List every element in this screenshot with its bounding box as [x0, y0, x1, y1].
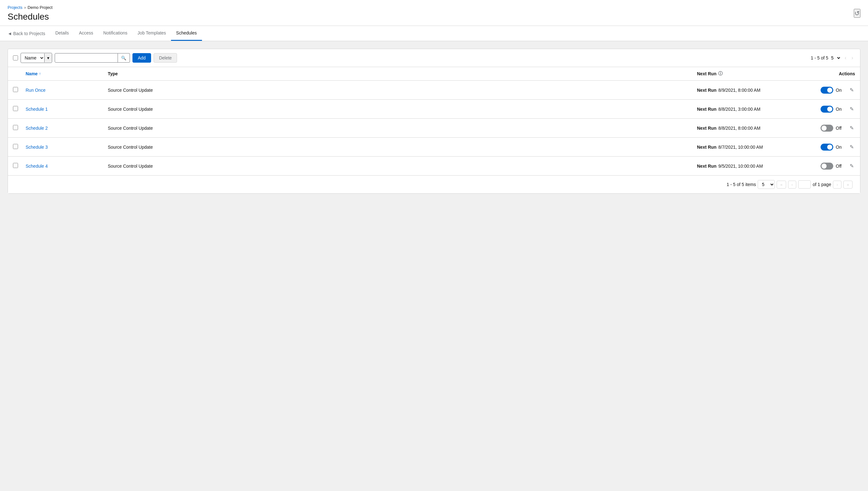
toggle-label-4: Off: [836, 164, 845, 169]
prev-page-button-bottom[interactable]: ‹: [788, 181, 796, 189]
row-actions-3: On ✎: [798, 143, 855, 151]
toggle-label-0: On: [836, 88, 845, 93]
row-checkbox-1[interactable]: [13, 106, 18, 111]
history-button[interactable]: ↺: [854, 9, 860, 18]
toggle-wrap-0: On: [820, 87, 845, 94]
breadcrumb-separator: ›: [24, 5, 26, 10]
row-actions-0: On ✎: [798, 86, 855, 94]
table-row: Run Once Source Control Update Next Run …: [8, 81, 860, 100]
tab-job-templates[interactable]: Job Templates: [132, 26, 171, 41]
next-run-label-2: Next Run: [697, 125, 716, 131]
row-actions-2: Off ✎: [798, 124, 855, 132]
table-row: Schedule 3 Source Control Update Next Ru…: [8, 138, 860, 156]
row-type-1: Source Control Update: [108, 107, 697, 112]
row-checkbox-2[interactable]: [13, 125, 18, 130]
last-page-button[interactable]: »: [843, 181, 852, 189]
search-button[interactable]: 🔍: [118, 53, 130, 63]
toolbar: Name ▾ 🔍 Add Delete 1 - 5 of 5 5 10 20: [8, 49, 860, 67]
edit-button-1[interactable]: ✎: [848, 105, 855, 113]
toggle-1[interactable]: [820, 106, 833, 113]
toggle-wrap-1: On: [820, 106, 845, 113]
row-name-link-1[interactable]: Schedule 1: [26, 107, 48, 112]
table-row: Schedule 4 Source Control Update Next Ru…: [8, 156, 860, 175]
row-type-0: Source Control Update: [108, 88, 697, 93]
next-run-label-3: Next Run: [697, 145, 716, 150]
toggle-slider-1: [820, 106, 833, 113]
page-total: of 1 page: [813, 182, 831, 187]
row-actions-1: On ✎: [798, 105, 855, 113]
row-next-run-3: Next Run 8/7/2021, 10:00:00 AM: [697, 145, 798, 150]
toggle-slider-0: [820, 87, 833, 94]
next-run-value-3: 8/7/2021, 10:00:00 AM: [718, 145, 763, 150]
toggle-slider-2: [820, 125, 833, 132]
toggle-4[interactable]: [820, 163, 833, 170]
row-type-4: Source Control Update: [108, 164, 697, 169]
delete-button[interactable]: Delete: [154, 53, 177, 63]
edit-button-2[interactable]: ✎: [848, 124, 855, 132]
row-name-link-0[interactable]: Run Once: [26, 88, 45, 93]
toggle-2[interactable]: [820, 125, 833, 132]
edit-button-4[interactable]: ✎: [848, 162, 855, 170]
first-page-button[interactable]: «: [777, 181, 786, 189]
toggle-slider-4: [820, 163, 833, 170]
select-all-checkbox[interactable]: [13, 55, 18, 60]
toggle-wrap-4: Off: [820, 163, 845, 170]
next-page-button-bottom[interactable]: ›: [833, 181, 841, 189]
filter-dropdown-button[interactable]: ▾: [44, 54, 52, 62]
next-run-value-4: 9/5/2021, 10:00:00 AM: [718, 164, 763, 169]
tab-bar: ◄ Back to Projects Details Access Notifi…: [0, 26, 868, 41]
bottom-pagination: 1 - 5 of 5 items 5 10 20 « ‹ 1 of 1 page…: [8, 175, 860, 193]
tab-schedules[interactable]: Schedules: [171, 26, 202, 41]
add-button[interactable]: Add: [132, 53, 151, 63]
next-run-label-1: Next Run: [697, 107, 716, 112]
column-header-type: Type: [108, 71, 697, 76]
row-checkbox-4[interactable]: [13, 163, 18, 168]
row-actions-4: Off ✎: [798, 162, 855, 170]
toggle-label-3: On: [836, 145, 845, 150]
search-icon: 🔍: [121, 56, 126, 60]
next-run-value-1: 8/8/2021, 3:00:00 AM: [718, 107, 760, 112]
column-header-name[interactable]: Name ↑: [26, 71, 108, 76]
chevron-down-icon: ▾: [47, 55, 49, 60]
breadcrumb: Projects › Demo Project: [8, 5, 860, 10]
next-run-value-2: 8/8/2021, 8:00:00 AM: [718, 125, 760, 131]
row-next-run-2: Next Run 8/8/2021, 8:00:00 AM: [697, 125, 798, 131]
next-run-value-0: 8/9/2021, 8:00:00 AM: [718, 88, 760, 93]
filter-select[interactable]: Name: [21, 53, 44, 63]
table-row: Schedule 2 Source Control Update Next Ru…: [8, 119, 860, 138]
edit-button-0[interactable]: ✎: [848, 86, 855, 94]
bottom-items-per-page[interactable]: 5 10 20: [758, 180, 775, 189]
next-run-label-0: Next Run: [697, 88, 716, 93]
pagination-info: 1 - 5 of 5 5 10 20 ‹ ›: [811, 54, 855, 62]
row-name-link-2[interactable]: Schedule 2: [26, 125, 48, 131]
table-row: Schedule 1 Source Control Update Next Ru…: [8, 100, 860, 119]
toggle-label-2: Off: [836, 125, 845, 131]
toggle-0[interactable]: [820, 87, 833, 94]
breadcrumb-current: Demo Project: [28, 5, 53, 10]
prev-page-button[interactable]: ‹: [843, 54, 848, 62]
next-page-button[interactable]: ›: [850, 54, 855, 62]
tab-details[interactable]: Details: [50, 26, 74, 41]
row-checkbox-0[interactable]: [13, 87, 18, 92]
tab-notifications[interactable]: Notifications: [98, 26, 132, 41]
tab-back-to-projects[interactable]: ◄ Back to Projects: [8, 27, 50, 40]
filter-select-wrap: Name ▾: [21, 53, 52, 63]
row-checkbox-3[interactable]: [13, 144, 18, 149]
tab-access[interactable]: Access: [74, 26, 98, 41]
search-wrap: 🔍: [55, 53, 130, 63]
pagination-select[interactable]: 5 10 20: [830, 55, 841, 61]
current-page-input[interactable]: 1: [798, 180, 811, 189]
next-run-label-4: Next Run: [697, 164, 716, 169]
breadcrumb-projects[interactable]: Projects: [8, 5, 23, 10]
row-name-link-3[interactable]: Schedule 3: [26, 145, 48, 150]
next-run-info-icon[interactable]: ⓘ: [718, 71, 722, 77]
table-header: Name ↑ Type Next Run ⓘ Actions: [8, 67, 860, 81]
table-body: Run Once Source Control Update Next Run …: [8, 81, 860, 175]
toggle-label-1: On: [836, 107, 845, 112]
edit-button-3[interactable]: ✎: [848, 143, 855, 151]
row-name-link-4[interactable]: Schedule 4: [26, 164, 48, 169]
search-input[interactable]: [55, 53, 118, 63]
column-header-actions: Actions: [798, 71, 855, 76]
column-header-next-run: Next Run ⓘ: [697, 71, 798, 77]
toggle-3[interactable]: [820, 144, 833, 151]
